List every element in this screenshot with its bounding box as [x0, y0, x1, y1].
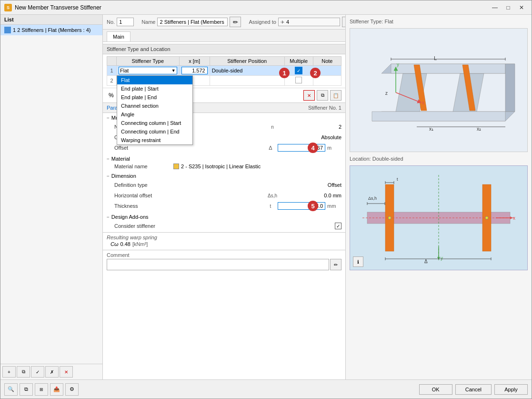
row-2-num: 2 [107, 76, 117, 86]
add-button[interactable]: + [2, 366, 16, 378]
material-name-label: Material name [114, 164, 171, 169]
cancel-button[interactable]: Cancel [455, 384, 492, 395]
maximize-button[interactable]: □ [502, 3, 514, 12]
edit-name-button[interactable]: ✏ [230, 17, 241, 27]
warp-spring-row: Cω 0.48 [kNm³] [107, 240, 341, 248]
copy-btn2[interactable]: ⧉ [20, 383, 33, 396]
col-num-header [107, 57, 117, 66]
dropdown-item-conn-end[interactable]: Connecting column | End [117, 127, 192, 136]
badge-2: 2 [310, 68, 321, 78]
dropdown-item-channel[interactable]: Channel section [117, 102, 192, 110]
assigned-clear-button[interactable]: ✕ [342, 17, 346, 27]
paste-button[interactable]: 📋 [330, 90, 341, 101]
badge-1: 1 [279, 68, 290, 78]
material-header[interactable]: − Material [103, 155, 345, 163]
row-1-x-input[interactable] [181, 67, 208, 74]
tab-main[interactable]: Main [107, 31, 130, 41]
horiz-offset-value: 0.0 mm [280, 193, 341, 198]
export-btn[interactable]: 📤 [50, 383, 63, 396]
offset-input[interactable] [278, 144, 325, 152]
left-toolbar: + ⧉ ✓ ✗ ✕ [0, 364, 102, 379]
bottom-toolbar: 🔍 ⧉ ⊞ 📤 ⚙ [4, 383, 79, 396]
title-bar: S New Member Transverse Stiffener — □ ✕ [0, 0, 532, 15]
no-label: No. [107, 19, 115, 25]
search-button[interactable]: 🔍 [4, 383, 18, 396]
app-icon: S [4, 4, 12, 11]
dropdown-item-warp[interactable]: Warping restraint [117, 136, 192, 144]
svg-marker-4 [391, 64, 505, 73]
material-name-row: Material name 2 - S235 | Isotropic | Lin… [103, 163, 345, 170]
delete-button[interactable]: ✕ [60, 366, 73, 378]
percent-button[interactable]: % [107, 91, 116, 100]
offset-label: Offset [114, 145, 263, 151]
thickness-label: Thickness [114, 203, 263, 209]
2d-diagram-container: x y Δ Δs,h [350, 165, 528, 270]
dropdown-item-endplate-end[interactable]: End plate | End [117, 93, 192, 102]
list-item-1[interactable]: 1 2 Stiffeners | Flat (Members : 4) [0, 25, 102, 35]
dropdown-item-flat[interactable]: Flat [117, 76, 192, 84]
row-1-x[interactable] [179, 66, 210, 76]
row-2-position [210, 76, 284, 86]
thickness-input[interactable] [278, 202, 325, 210]
dropdown-item-endplate-start[interactable]: End plate | Start [117, 84, 192, 93]
comment-edit-button[interactable]: ✏ [330, 259, 341, 270]
dimension-header[interactable]: − Dimension [103, 172, 345, 180]
list-item-text: 1 2 Stiffeners | Flat (Members : 4) [13, 27, 90, 33]
assigned-number: 4 [286, 19, 289, 25]
right-panel: Stiffener Type: Flat [346, 15, 532, 379]
copy-row-button[interactable]: ⧉ [317, 90, 328, 101]
material-collapse-icon: − [107, 156, 110, 162]
dropdown-item-angle[interactable]: Angle [117, 110, 192, 119]
design-addons-header[interactable]: − Design Add-ons [103, 213, 345, 221]
dialog-buttons: OK Cancel Apply [419, 384, 528, 395]
bottom-bar: 🔍 ⧉ ⊞ 📤 ⚙ OK Cancel Apply [0, 379, 532, 399]
close-button[interactable]: ✕ [515, 3, 528, 12]
svg-text:y: y [397, 62, 399, 67]
def-type-label: Definition type [114, 182, 265, 188]
name-input[interactable] [157, 18, 228, 26]
3d-diagram-container: x y z L x₁ x₂ [350, 28, 528, 152]
row-1-multiple-checkbox[interactable]: ✓ [295, 67, 302, 74]
no-input[interactable] [117, 18, 134, 26]
thickness-row: Thickness t 5 mm [103, 201, 345, 211]
assigned-label: Assigned to [249, 19, 276, 25]
horiz-offset-symbol: Δs,h [265, 193, 280, 198]
col-type-header: Stiffener Type [117, 57, 180, 66]
location-label: Location: Double-sided [350, 156, 528, 162]
comment-input-row: ✏ [107, 259, 341, 270]
comment-field[interactable] [107, 259, 329, 270]
dropdown-item-conn-start[interactable]: Connecting column | Start [117, 119, 192, 127]
row-2-multiple[interactable] [284, 76, 313, 86]
offset-symbol: Δ [263, 145, 278, 151]
col-x-header: x [m] [179, 57, 210, 66]
no-field: No. [107, 18, 134, 26]
material-color-icon [173, 164, 179, 169]
svg-text:x₂: x₂ [477, 126, 481, 132]
col-note-header: Note [313, 57, 341, 66]
check-button[interactable]: ✓ [31, 366, 44, 378]
comment-section: Comment ✏ [103, 250, 345, 272]
row-1-type[interactable]: Flat ▼ Flat End plate | Start End plate … [117, 66, 180, 76]
copy-button[interactable]: ⧉ [17, 366, 30, 378]
minimize-button[interactable]: — [489, 3, 501, 12]
dimension-title: Dimension [111, 173, 136, 179]
consider-stiffener-label: Consider stiffener [114, 223, 265, 229]
badge-4: 4 [308, 143, 318, 153]
ok-button[interactable]: OK [419, 384, 452, 395]
title-bar-controls: — □ ✕ [489, 3, 528, 12]
diagram-info-button[interactable]: ℹ [353, 256, 363, 267]
horiz-offset-label: Horizontal offset [114, 193, 265, 198]
warp-spring-unit: [kNm³] [132, 241, 148, 247]
apply-button[interactable]: Apply [494, 384, 528, 395]
stiffener-type-label: Stiffener Type: Flat [350, 19, 528, 24]
list-header: List [0, 15, 102, 25]
uncheck-button[interactable]: ✗ [45, 366, 59, 378]
svg-marker-5 [505, 64, 515, 112]
table-btn[interactable]: ⊞ [35, 383, 48, 396]
svg-text:x: x [513, 215, 515, 221]
delete-row-button[interactable]: ✕ [303, 90, 315, 101]
warp-spring-value: 0.48 [120, 241, 130, 247]
assigned-icon: ✈ [281, 20, 284, 25]
row-2-multiple-checkbox[interactable] [295, 77, 302, 83]
settings-btn[interactable]: ⚙ [65, 383, 79, 396]
